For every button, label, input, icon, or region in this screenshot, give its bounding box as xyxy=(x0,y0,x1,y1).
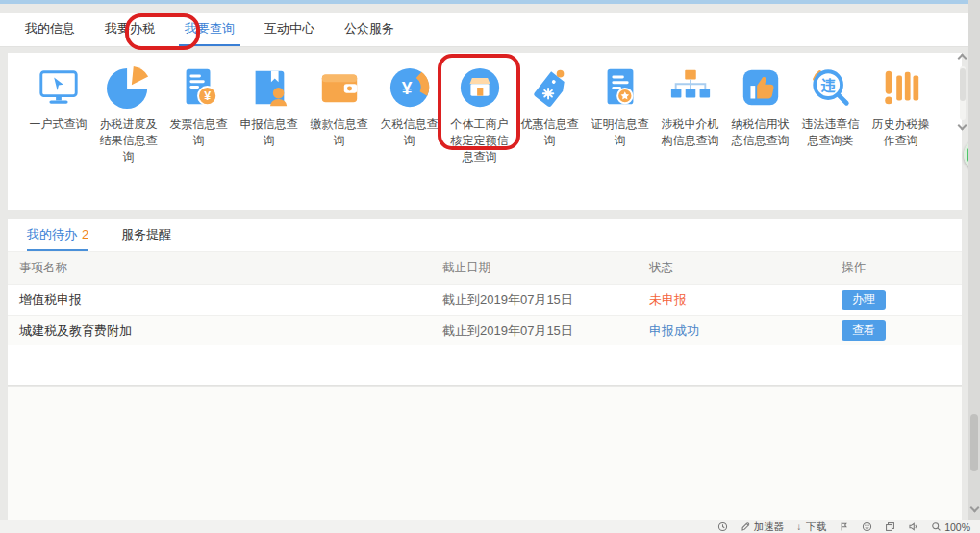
task-action-cell: 查看 xyxy=(842,320,962,341)
violation-search-icon: 违 xyxy=(809,65,853,110)
scrollbar-thumb[interactable] xyxy=(960,68,966,101)
flag-icon xyxy=(839,521,849,532)
yuan-circle-icon: ¥ xyxy=(388,65,432,110)
task-deadline: 截止到2019年07月15日 xyxy=(442,292,649,309)
feedback-button[interactable] xyxy=(862,521,872,532)
query-item[interactable]: 优惠信息查询 xyxy=(515,65,585,165)
query-item-label: 违法违章信息查询类 xyxy=(795,116,866,149)
query-item-label: 证明信息查询 xyxy=(585,116,655,149)
task-status: 未申报 xyxy=(649,292,842,309)
scroll-down-icon[interactable] xyxy=(958,121,967,131)
query-item-label: 欠税信息查询 xyxy=(374,116,444,149)
query-icon-panel: 一户式查询办税进度及结果信息查询¥发票信息查询申报信息查询缴款信息查询¥欠税信息… xyxy=(8,53,962,210)
wallet-icon xyxy=(317,65,362,110)
query-item[interactable]: 缴款信息查询 xyxy=(304,65,374,165)
flag-button[interactable] xyxy=(839,521,849,532)
query-item-label: 历史办税操作查询 xyxy=(866,116,936,149)
query-item-label: 纳税信用状态信息查询 xyxy=(725,116,795,149)
column-header: 操作 xyxy=(842,260,962,276)
nav-tab-1[interactable]: 我的信息 xyxy=(19,13,81,46)
monitor-cursor-icon xyxy=(37,65,81,110)
column-header: 事项名称 xyxy=(19,260,442,276)
window-restore-icon xyxy=(885,521,895,532)
nav-tab-3[interactable]: 我要查询 xyxy=(179,13,240,46)
nav-tab-2[interactable]: 我要办税 xyxy=(99,13,161,46)
main-nav: 我的信息我要办税我要查询互动中心公众服务 xyxy=(0,13,968,47)
query-item[interactable]: 证明信息查询 xyxy=(585,65,655,165)
restore-window-button[interactable] xyxy=(885,521,895,532)
pie-chart-icon xyxy=(107,65,151,110)
tab-service-reminder[interactable]: 服务提醒 xyxy=(121,219,171,251)
download-button[interactable]: ↓ 下载 xyxy=(796,520,826,533)
invoice-coin-icon: ¥ xyxy=(177,65,221,110)
download-arrow-icon: ↓ xyxy=(796,521,801,532)
query-item-label: 优惠信息查询 xyxy=(515,116,585,149)
zoom-control[interactable]: 100% xyxy=(931,521,970,533)
svg-text:¥: ¥ xyxy=(204,89,211,103)
task-name: 城建税及教育费附加 xyxy=(19,322,442,340)
browser-scrollbar[interactable] xyxy=(968,0,980,520)
scroll-up-icon[interactable] xyxy=(958,54,967,63)
smiley-icon xyxy=(862,521,872,532)
query-item-label: 一户式查询 xyxy=(23,116,93,133)
task-action-button[interactable]: 办理 xyxy=(842,290,886,310)
query-item[interactable]: 纳税信用状态信息查询 xyxy=(725,65,795,165)
query-icon-row: 一户式查询办税进度及结果信息查询¥发票信息查询申报信息查询缴款信息查询¥欠税信息… xyxy=(8,53,962,165)
query-item-label: 个体工商户核定定额信息查询 xyxy=(444,116,515,165)
magnifier-icon xyxy=(931,521,942,532)
table-row: 城建税及教育费附加截止到2019年07月15日申报成功查看 xyxy=(8,315,962,345)
todo-panel: 我的待办 2 服务提醒 事项名称截止日期状态操作 增值税申报截止到2019年07… xyxy=(8,219,962,386)
org-chart-icon xyxy=(668,65,713,110)
browser-viewport: 我的信息我要办税我要查询互动中心公众服务 一户式查询办税进度及结果信息查询¥发票… xyxy=(0,0,980,533)
column-header: 截止日期 xyxy=(442,260,649,276)
table-header: 事项名称截止日期状态操作 xyxy=(8,252,962,284)
task-action-button[interactable]: 查看 xyxy=(842,320,886,341)
query-item[interactable]: 一户式查询 xyxy=(23,65,93,165)
download-label: 下载 xyxy=(806,520,826,533)
query-item[interactable]: 历史办税操作查询 xyxy=(866,65,936,165)
todo-tabs: 我的待办 2 服务提醒 xyxy=(8,219,962,252)
clock-icon xyxy=(717,521,728,532)
top-blue-strip xyxy=(0,0,980,4)
discount-tag-icon xyxy=(528,65,572,110)
tab-my-todo-label: 我的待办 xyxy=(27,226,77,243)
history-bars-icon xyxy=(879,65,923,110)
nav-tab-5[interactable]: 公众服务 xyxy=(339,13,400,46)
task-deadline: 截止到2019年07月15日 xyxy=(442,322,649,340)
query-item-label: 申报信息查询 xyxy=(234,116,304,149)
query-item[interactable]: ¥欠税信息查询 xyxy=(374,65,444,165)
thumb-up-icon xyxy=(739,65,783,110)
svg-text:¥: ¥ xyxy=(401,78,412,98)
rocket-icon xyxy=(741,521,751,532)
todo-count-badge: 2 xyxy=(82,227,88,241)
history-button[interactable] xyxy=(717,521,728,532)
browser-scrollbar-thumb[interactable] xyxy=(970,414,978,471)
svg-text:违: 违 xyxy=(820,77,836,93)
column-header: 状态 xyxy=(649,260,842,276)
task-status: 申报成功 xyxy=(649,322,842,340)
query-item-label: 办税进度及结果信息查询 xyxy=(93,116,163,165)
nav-tab-4[interactable]: 互动中心 xyxy=(259,13,320,46)
query-item[interactable]: ¥发票信息查询 xyxy=(163,65,234,165)
tab-service-reminder-label: 服务提醒 xyxy=(121,226,171,243)
query-item-label: 发票信息查询 xyxy=(163,116,234,149)
table-row: 增值税申报截止到2019年07月15日未申报办理 xyxy=(8,284,962,315)
certificate-icon xyxy=(598,65,642,110)
empty-content-area xyxy=(8,387,962,520)
query-item[interactable]: 违违法违章信息查询类 xyxy=(795,65,866,165)
accelerator-label: 加速器 xyxy=(754,520,785,533)
table-body: 增值税申报截止到2019年07月15日未申报办理城建税及教育费附加截止到2019… xyxy=(8,284,962,345)
declare-book-icon xyxy=(247,65,291,110)
query-item-label: 缴款信息查询 xyxy=(304,116,374,149)
shop-icon xyxy=(458,65,502,110)
query-item[interactable]: 涉税中介机构信息查询 xyxy=(655,65,725,165)
tab-my-todo[interactable]: 我的待办 2 xyxy=(27,219,88,251)
speaker-icon xyxy=(908,521,918,532)
query-item[interactable]: 办税进度及结果信息查询 xyxy=(93,65,163,165)
accelerator-button[interactable]: 加速器 xyxy=(741,520,785,533)
mute-button[interactable] xyxy=(908,521,918,532)
query-item[interactable]: 申报信息查询 xyxy=(234,65,304,165)
query-item-label: 涉税中介机构信息查询 xyxy=(655,116,725,149)
panel-scrollbar[interactable] xyxy=(956,55,969,132)
query-item[interactable]: 个体工商户核定定额信息查询 xyxy=(444,65,515,165)
